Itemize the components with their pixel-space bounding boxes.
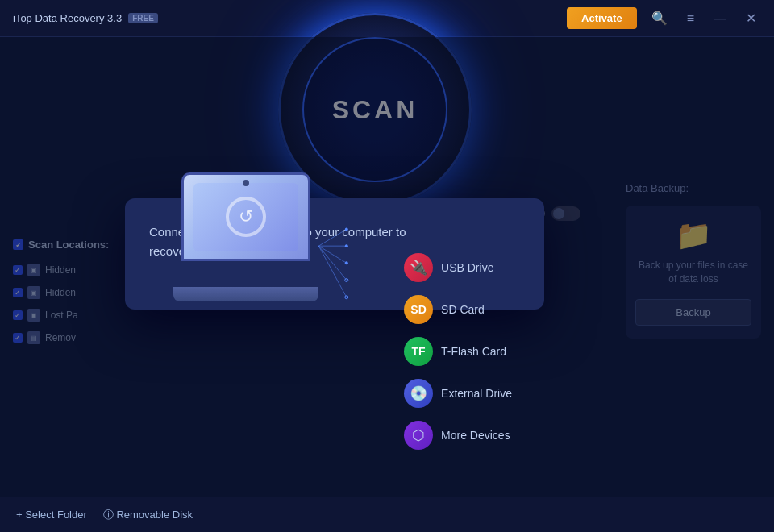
svg-point-7 xyxy=(345,261,348,264)
search-icon[interactable]: 🔍 xyxy=(647,9,672,27)
laptop-camera xyxy=(243,180,249,186)
removable-device-modal: Connect removable devices to your comput… xyxy=(125,198,544,310)
tf-card-icon: TF xyxy=(404,337,433,366)
menu-icon[interactable]: ≡ xyxy=(682,10,699,27)
more-devices-label: More Devices xyxy=(441,429,510,442)
refresh-icon: ↺ xyxy=(226,197,266,237)
laptop-screen: ↺ xyxy=(181,172,310,261)
external-drive-icon: 💿 xyxy=(404,379,433,408)
close-icon[interactable]: ✕ xyxy=(741,9,761,27)
list-item[interactable]: 💿 External Drive xyxy=(404,372,512,414)
svg-point-9 xyxy=(345,296,348,299)
bottom-bar: + Select Folder ⓘ Removable Disk xyxy=(0,497,774,532)
device-list: 🔌 USB Drive SD SD Card TF T-Flash Card 💿… xyxy=(404,247,512,456)
app-title: iTop Data Recovery 3.3 xyxy=(13,12,122,24)
list-item[interactable]: TF T-Flash Card xyxy=(404,330,512,372)
laptop-illustration: ↺ xyxy=(173,172,318,301)
modal-overlay: Connect removable devices to your comput… xyxy=(0,37,774,497)
removable-disk-button[interactable]: ⓘ Removable Disk xyxy=(103,508,193,522)
select-folder-button[interactable]: + Select Folder xyxy=(16,509,87,521)
title-left: iTop Data Recovery 3.3 FREE xyxy=(13,12,158,24)
main-area: Scan Locations: ▣ Hidden ▣ Hidden ▣ Lost… xyxy=(0,37,774,532)
list-item[interactable]: ⬡ More Devices xyxy=(404,414,512,456)
usb-drive-label: USB Drive xyxy=(441,261,493,274)
external-drive-label: External Drive xyxy=(441,387,512,400)
laptop-base xyxy=(173,287,318,301)
laptop-screen-inner: ↺ xyxy=(194,183,298,251)
list-item[interactable]: SD SD Card xyxy=(404,289,512,330)
minimize-icon[interactable]: — xyxy=(709,10,731,27)
free-badge: FREE xyxy=(128,13,158,23)
sd-card-label: SD Card xyxy=(441,303,485,316)
title-right: Activate 🔍 ≡ — ✕ xyxy=(567,7,761,29)
more-devices-icon: ⬡ xyxy=(404,421,433,450)
svg-point-8 xyxy=(345,279,348,282)
list-item[interactable]: 🔌 USB Drive xyxy=(404,247,512,289)
activate-button[interactable]: Activate xyxy=(567,7,637,29)
sd-card-icon: SD xyxy=(404,295,433,324)
usb-drive-icon: 🔌 xyxy=(404,253,433,282)
tf-card-label: T-Flash Card xyxy=(441,345,506,358)
